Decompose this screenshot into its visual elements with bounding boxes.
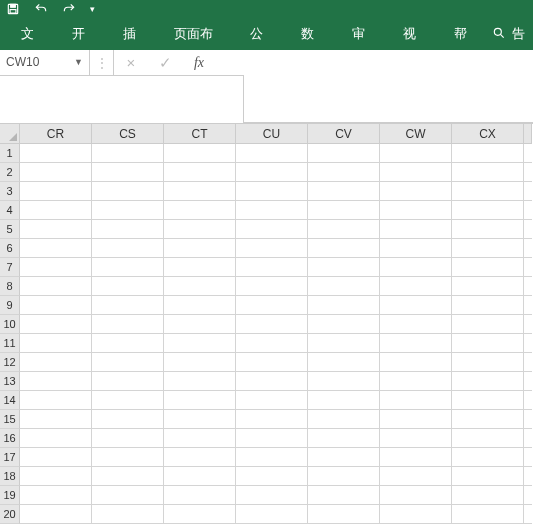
cell[interactable] xyxy=(308,220,380,239)
cell[interactable] xyxy=(380,182,452,201)
cell[interactable] xyxy=(164,391,236,410)
cell[interactable] xyxy=(236,258,308,277)
cell[interactable] xyxy=(20,505,92,524)
insert-function-button[interactable]: fx xyxy=(182,50,216,76)
cell[interactable] xyxy=(452,258,524,277)
cell[interactable] xyxy=(164,220,236,239)
cell[interactable] xyxy=(380,220,452,239)
cell[interactable] xyxy=(308,277,380,296)
row-header[interactable]: 4 xyxy=(0,201,20,220)
tab-help[interactable]: 帮助 xyxy=(441,18,492,50)
tab-page-layout[interactable]: 页面布局 xyxy=(161,18,237,50)
cell[interactable] xyxy=(92,182,164,201)
worksheet-grid[interactable]: CR CS CT CU CV CW CX 1 2 3 4 5 6 7 8 9 1… xyxy=(0,124,533,524)
cell[interactable] xyxy=(524,163,532,182)
cell[interactable] xyxy=(380,391,452,410)
cell[interactable] xyxy=(20,296,92,315)
cell[interactable] xyxy=(524,353,532,372)
cell[interactable] xyxy=(308,372,380,391)
cell[interactable] xyxy=(380,258,452,277)
undo-icon[interactable] xyxy=(34,2,48,16)
cell[interactable] xyxy=(92,296,164,315)
column-header[interactable]: CX xyxy=(452,124,524,144)
cell[interactable] xyxy=(236,505,308,524)
cell[interactable] xyxy=(308,486,380,505)
row-header[interactable]: 17 xyxy=(0,448,20,467)
cell[interactable] xyxy=(524,258,532,277)
cell[interactable] xyxy=(524,239,532,258)
cell[interactable] xyxy=(308,505,380,524)
tab-formulas[interactable]: 公式 xyxy=(237,18,288,50)
cell[interactable] xyxy=(236,353,308,372)
cell[interactable] xyxy=(380,486,452,505)
cell[interactable] xyxy=(20,182,92,201)
cell[interactable] xyxy=(308,334,380,353)
cell[interactable] xyxy=(380,410,452,429)
cell[interactable] xyxy=(452,486,524,505)
cell[interactable] xyxy=(452,277,524,296)
cell[interactable] xyxy=(20,239,92,258)
cell[interactable] xyxy=(452,239,524,258)
cell[interactable] xyxy=(236,182,308,201)
cell[interactable] xyxy=(164,372,236,391)
cell[interactable] xyxy=(164,486,236,505)
row-header[interactable]: 3 xyxy=(0,182,20,201)
cell[interactable] xyxy=(92,410,164,429)
cell[interactable] xyxy=(452,182,524,201)
cell[interactable] xyxy=(380,372,452,391)
cell[interactable] xyxy=(20,163,92,182)
row-header[interactable]: 2 xyxy=(0,163,20,182)
cell[interactable] xyxy=(308,448,380,467)
cell[interactable] xyxy=(380,239,452,258)
cell[interactable] xyxy=(236,410,308,429)
cell[interactable] xyxy=(236,144,308,163)
cell[interactable] xyxy=(236,372,308,391)
cell[interactable] xyxy=(164,239,236,258)
cell[interactable] xyxy=(92,277,164,296)
cell[interactable] xyxy=(92,258,164,277)
column-header[interactable]: CR xyxy=(20,124,92,144)
name-box[interactable]: CW10 ▼ xyxy=(0,50,90,76)
cell[interactable] xyxy=(20,277,92,296)
row-header[interactable]: 10 xyxy=(0,315,20,334)
cell[interactable] xyxy=(380,315,452,334)
cell[interactable] xyxy=(236,448,308,467)
cell[interactable] xyxy=(452,467,524,486)
cell[interactable] xyxy=(92,486,164,505)
cell[interactable] xyxy=(380,429,452,448)
cell[interactable] xyxy=(524,486,532,505)
cell[interactable] xyxy=(308,467,380,486)
cell[interactable] xyxy=(452,201,524,220)
formula-enter-button[interactable]: ✓ xyxy=(148,50,182,76)
cell[interactable] xyxy=(164,144,236,163)
cell[interactable] xyxy=(308,391,380,410)
cell[interactable] xyxy=(452,448,524,467)
cell[interactable] xyxy=(308,353,380,372)
cell[interactable] xyxy=(92,429,164,448)
formula-bar-input[interactable] xyxy=(244,50,533,123)
cell[interactable] xyxy=(236,429,308,448)
cell[interactable] xyxy=(308,239,380,258)
cell[interactable] xyxy=(236,277,308,296)
cell[interactable] xyxy=(164,410,236,429)
tab-data[interactable]: 数据 xyxy=(288,18,339,50)
cell[interactable] xyxy=(308,163,380,182)
cell[interactable] xyxy=(524,467,532,486)
cell[interactable] xyxy=(20,391,92,410)
cell[interactable] xyxy=(164,334,236,353)
cell[interactable] xyxy=(380,505,452,524)
cell[interactable] xyxy=(92,163,164,182)
cell[interactable] xyxy=(524,410,532,429)
row-header[interactable]: 20 xyxy=(0,505,20,524)
cell[interactable] xyxy=(524,277,532,296)
cell[interactable] xyxy=(380,353,452,372)
cell[interactable] xyxy=(452,315,524,334)
cell[interactable] xyxy=(236,467,308,486)
column-header[interactable]: CV xyxy=(308,124,380,144)
cell[interactable] xyxy=(92,334,164,353)
column-header[interactable]: CW xyxy=(380,124,452,144)
cell[interactable] xyxy=(236,334,308,353)
tab-home[interactable]: 开始 xyxy=(59,18,110,50)
tab-review[interactable]: 审阅 xyxy=(339,18,390,50)
cell[interactable] xyxy=(20,201,92,220)
